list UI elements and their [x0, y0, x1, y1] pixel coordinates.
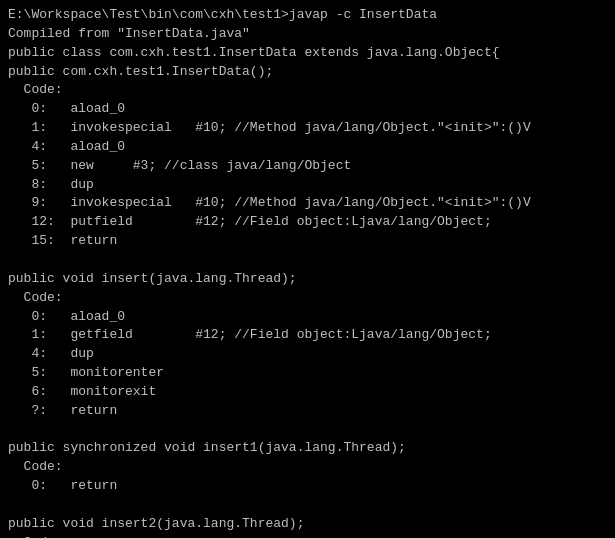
terminal-window: E:\Workspace\Test\bin\com\cxh\test1>java…: [0, 0, 615, 538]
terminal-line-empty-13: [8, 251, 607, 270]
terminal-line-8: 5: new #3; //class java/lang/Object: [8, 157, 607, 176]
terminal-line-23: public synchronized void insert1(java.la…: [8, 439, 607, 458]
terminal-line-7: 4: aload_0: [8, 138, 607, 157]
terminal-line-14: public void insert(java.lang.Thread);: [8, 270, 607, 289]
terminal-line-15: Code:: [8, 289, 607, 308]
terminal-line-19: 5: monitorenter: [8, 364, 607, 383]
terminal-line-27: public void insert2(java.lang.Thread);: [8, 515, 607, 534]
terminal-line-empty-26: [8, 496, 607, 515]
terminal-line-25: 0: return: [8, 477, 607, 496]
terminal-line-empty-22: [8, 421, 607, 440]
terminal-line-24: Code:: [8, 458, 607, 477]
terminal-line-12: 15: return: [8, 232, 607, 251]
terminal-line-28: Code:: [8, 534, 607, 538]
terminal-line-20: 6: monitorexit: [8, 383, 607, 402]
terminal-line-21: ?: return: [8, 402, 607, 421]
terminal-line-9: 8: dup: [8, 176, 607, 195]
terminal-content: E:\Workspace\Test\bin\com\cxh\test1>java…: [8, 6, 607, 538]
terminal-line-11: 12: putfield #12; //Field object:Ljava/l…: [8, 213, 607, 232]
terminal-line-2: public class com.cxh.test1.InsertData ex…: [8, 44, 607, 63]
terminal-line-17: 1: getfield #12; //Field object:Ljava/la…: [8, 326, 607, 345]
terminal-line-1: Compiled from "InsertData.java": [8, 25, 607, 44]
terminal-line-10: 9: invokespecial #10; //Method java/lang…: [8, 194, 607, 213]
terminal-line-6: 1: invokespecial #10; //Method java/lang…: [8, 119, 607, 138]
terminal-line-3: public com.cxh.test1.InsertData();: [8, 63, 607, 82]
terminal-line-4: Code:: [8, 81, 607, 100]
terminal-line-18: 4: dup: [8, 345, 607, 364]
terminal-line-16: 0: aload_0: [8, 308, 607, 327]
terminal-line-0: E:\Workspace\Test\bin\com\cxh\test1>java…: [8, 6, 607, 25]
terminal-line-5: 0: aload_0: [8, 100, 607, 119]
